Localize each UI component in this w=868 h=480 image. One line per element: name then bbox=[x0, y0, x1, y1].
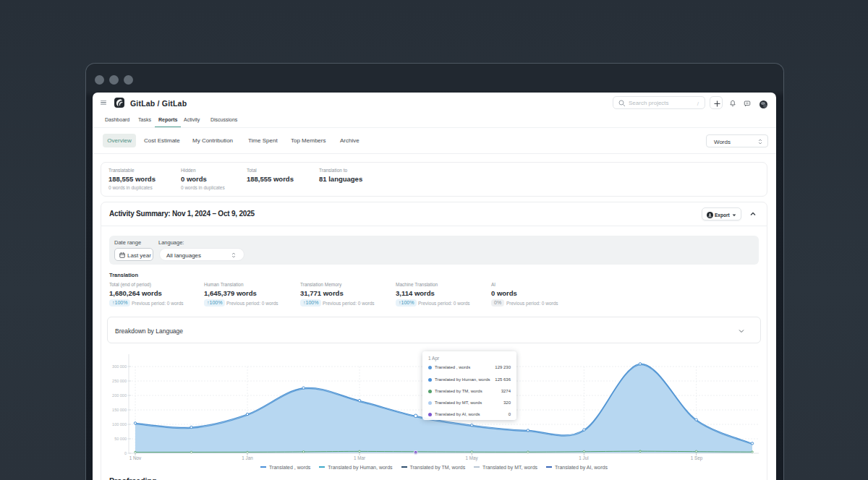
svg-text:100 000: 100 000 bbox=[112, 422, 127, 427]
svg-text:1 Nov: 1 Nov bbox=[129, 455, 142, 460]
svg-text:1 Jul: 1 Jul bbox=[579, 455, 588, 460]
svg-text:0: 0 bbox=[124, 451, 127, 455]
svg-text:1 Mar: 1 Mar bbox=[354, 455, 365, 460]
svg-text:300 000: 300 000 bbox=[112, 364, 127, 369]
svg-text:1 Sep: 1 Sep bbox=[691, 455, 703, 461]
svg-text:200 000: 200 000 bbox=[112, 393, 127, 398]
svg-text:250 000: 250 000 bbox=[112, 379, 127, 383]
svg-text:1 May: 1 May bbox=[465, 455, 478, 461]
svg-text:1 Jan: 1 Jan bbox=[242, 455, 253, 460]
svg-text:50 000: 50 000 bbox=[114, 437, 127, 441]
svg-text:150 000: 150 000 bbox=[112, 408, 127, 412]
